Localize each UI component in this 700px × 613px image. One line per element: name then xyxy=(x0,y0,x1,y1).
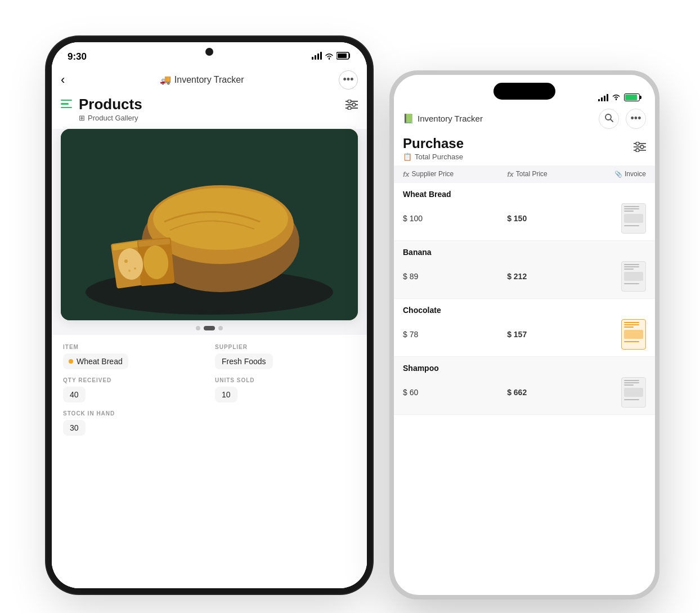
yellow-dot xyxy=(69,359,73,364)
purchase-subtitle-text: Total Purchase xyxy=(415,153,463,161)
truck-icon: 🚚 xyxy=(160,74,171,85)
purchase-header: Purchase 📋 Total Purchase xyxy=(394,133,655,165)
svg-point-25 xyxy=(128,270,131,272)
wifi-icon-left xyxy=(324,52,334,62)
svg-rect-3 xyxy=(320,52,322,60)
table-row[interactable]: Wheat Bread $ 100 $ 150 xyxy=(394,183,655,241)
item-name: Wheat Bread xyxy=(77,357,123,366)
app-title-text-right: Inventory Tracker xyxy=(418,114,483,123)
app-title-left: 🚚 Inventory Tracker xyxy=(160,74,244,85)
svg-point-24 xyxy=(134,267,136,270)
gallery-label: Product Gallery xyxy=(88,114,138,122)
product-detail: ITEM Wheat Bread SUPPLIER Fresh Foods QT… xyxy=(52,335,367,588)
right-top-icons: ••• xyxy=(599,109,646,129)
dot-1[interactable] xyxy=(196,326,200,330)
supplier-price-icon: fx xyxy=(403,170,410,178)
row-name-3: Chocolate xyxy=(403,306,646,315)
left-phone: 9:30 xyxy=(52,42,367,588)
svg-point-7 xyxy=(348,100,351,103)
supplier-price-label: Supplier Price xyxy=(412,170,454,178)
svg-line-27 xyxy=(611,119,613,122)
stock-value: 30 xyxy=(63,420,86,436)
row-supplier-price-1: $ 100 xyxy=(403,214,507,223)
svg-point-23 xyxy=(124,259,128,263)
hamburger-line xyxy=(61,107,72,109)
units-sold-value: 10 xyxy=(215,387,237,402)
row-supplier-price-3: $ 78 xyxy=(403,330,507,339)
invoice-thumb-2[interactable] xyxy=(621,261,646,292)
svg-point-29 xyxy=(636,142,639,145)
row-name-4: Shampoo xyxy=(403,364,646,373)
item-label: ITEM xyxy=(63,344,204,350)
svg-rect-5 xyxy=(338,53,347,58)
row-total-price-1: $ 150 xyxy=(507,214,594,223)
app-title-right: 📗 Inventory Tracker xyxy=(403,113,483,124)
row-total-price-4: $ 662 xyxy=(507,388,594,397)
purchase-title: Purchase xyxy=(403,136,464,151)
supplier-label: SUPPLIER xyxy=(215,344,356,350)
products-header: Products ⊞ Product Gallery xyxy=(52,94,367,129)
more-dots-left: ••• xyxy=(343,74,354,86)
back-button[interactable]: ‹ xyxy=(61,73,65,87)
hamburger-line xyxy=(61,100,72,101)
products-subtitle: ⊞ Product Gallery xyxy=(79,114,142,122)
svg-point-33 xyxy=(636,149,639,152)
row-total-price-2: $ 212 xyxy=(507,272,594,281)
signal-icon-left xyxy=(312,52,322,61)
filter-button-left[interactable] xyxy=(345,96,358,113)
status-time-left: 9:30 xyxy=(68,51,87,62)
app-bar-right: 📗 Inventory Tracker ••• xyxy=(394,106,655,133)
hamburger-line xyxy=(61,103,69,105)
row-name-1: Wheat Bread xyxy=(403,190,646,199)
purchase-subtitle: 📋 Total Purchase xyxy=(403,153,464,161)
invoice-icon: 📎 xyxy=(614,171,622,178)
app-title-text-left: Inventory Tracker xyxy=(174,75,244,85)
row-supplier-price-4: $ 60 xyxy=(403,388,507,397)
table-row[interactable]: Banana $ 89 $ 212 xyxy=(394,241,655,299)
total-price-label: Total Price xyxy=(516,170,548,178)
status-icons-left xyxy=(312,52,351,62)
more-dots-right: ••• xyxy=(631,113,641,124)
qty-label: QTY RECEIVED xyxy=(63,377,204,383)
item-value: Wheat Bread xyxy=(63,354,128,369)
battery-icon-right xyxy=(624,93,641,101)
battery-icon-left xyxy=(336,52,351,62)
filter-button-right[interactable] xyxy=(634,142,646,154)
hamburger-menu[interactable] xyxy=(61,96,72,109)
svg-point-11 xyxy=(348,106,351,110)
more-button-right[interactable]: ••• xyxy=(626,109,646,129)
invoice-thumb-1[interactable] xyxy=(621,203,646,234)
dynamic-island xyxy=(493,83,555,100)
search-button-right[interactable] xyxy=(599,109,619,129)
dot-2-active[interactable] xyxy=(204,326,215,330)
svg-rect-1 xyxy=(315,55,316,60)
app-bar-left: ‹ 🚚 Inventory Tracker ••• xyxy=(52,67,367,94)
table-row[interactable]: Shampoo $ 60 $ 662 xyxy=(394,357,655,415)
svg-rect-2 xyxy=(317,53,319,60)
scene: 9:30 xyxy=(41,25,659,588)
row-total-price-3: $ 157 xyxy=(507,330,594,339)
units-sold-label: UNITS SOLD xyxy=(215,377,356,383)
dot-3[interactable] xyxy=(218,326,223,330)
svg-point-9 xyxy=(352,103,356,106)
status-icons-right xyxy=(598,93,641,102)
th-invoice: 📎 Invoice xyxy=(594,170,646,178)
invoice-label: Invoice xyxy=(625,170,646,178)
table-row[interactable]: Chocolate $ 78 $ 157 xyxy=(394,299,655,357)
total-price-icon: fx xyxy=(507,170,514,178)
products-title: Products xyxy=(79,96,142,113)
th-total-price: fx Total Price xyxy=(507,170,594,178)
qty-value: 40 xyxy=(63,387,86,402)
row-name-2: Banana xyxy=(403,248,646,257)
invoice-thumb-4[interactable] xyxy=(621,377,646,408)
purchase-subtitle-icon: 📋 xyxy=(403,153,412,161)
bread-image xyxy=(61,129,358,320)
stock-label: STOCK IN HAND xyxy=(63,410,356,417)
more-button-left[interactable]: ••• xyxy=(339,70,358,90)
th-supplier-price: fx Supplier Price xyxy=(403,170,507,178)
carousel-dots xyxy=(52,326,367,330)
bread-image-card xyxy=(61,129,358,320)
search-icon xyxy=(604,113,613,124)
supplier-value: Fresh Foods xyxy=(215,354,273,369)
invoice-thumb-3[interactable] xyxy=(621,319,646,350)
